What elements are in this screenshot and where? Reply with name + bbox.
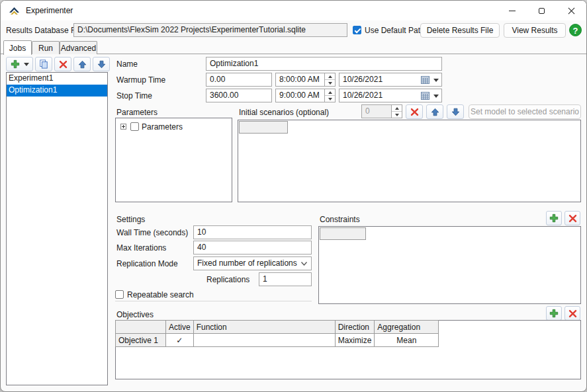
objective-aggregation-cell[interactable]: Mean [375,334,439,347]
spin-down-icon [395,114,399,116]
table-corner-cell [320,227,366,240]
warmup-time-input[interactable]: 0.00 [206,73,272,87]
replications-input[interactable]: 1 [259,272,312,286]
move-scenario-down-button[interactable] [447,104,464,119]
parameters-root-checkbox[interactable] [130,122,139,131]
replications-label: Replications [206,275,249,284]
copy-icon [39,59,48,69]
stop-clock-input[interactable]: 9:00:00 AM [275,89,336,102]
delete-job-button[interactable] [54,57,71,71]
parameters-tree: Parameters [115,118,232,202]
name-input[interactable]: Optimization1 [206,57,442,71]
parameters-root-label: Parameters [142,122,183,132]
scenario-count-value: 0 [365,106,370,116]
stop-clock-spinner[interactable] [324,89,335,102]
delete-objective-button[interactable] [564,306,580,321]
arrow-up-icon [78,60,87,69]
add-job-button[interactable] [6,57,33,71]
objectives-label: Objectives [116,310,154,319]
copy-job-button[interactable] [35,57,52,71]
spin-down-icon [328,98,332,100]
delete-scenario-button[interactable] [406,104,423,119]
tree-expand-icon[interactable] [120,124,126,130]
spin-down-icon [328,82,332,85]
warmup-clock-input[interactable]: 8:00:00 AM [275,73,336,87]
warmup-date-input[interactable]: 10/26/2021 [339,73,442,87]
close-button[interactable] [557,1,586,20]
scenario-count-spinner[interactable]: 0 [361,104,402,118]
red-x-icon [59,60,68,69]
use-default-path-checkbox[interactable] [353,26,361,34]
minimize-icon [509,11,516,11]
tab-jobs[interactable]: Jobs [3,40,32,55]
add-objective-button[interactable] [546,306,562,321]
repeatable-search-checkbox[interactable] [115,290,124,299]
red-x-icon [568,309,577,318]
move-job-up-button[interactable] [73,57,91,71]
minimize-button[interactable] [497,1,527,20]
tab-run[interactable]: Run [32,41,60,54]
chevron-down-icon[interactable] [433,79,439,82]
warmup-clock-value: 8:00:00 AM [279,75,320,84]
jobs-list: Experiment1 Optimization1 [6,72,108,385]
calendar-icon [421,92,429,100]
delete-results-file-button[interactable]: Delete Results File [420,23,500,38]
wall-time-input[interactable]: 10 [193,225,312,239]
max-iterations-label: Max Iterations [116,243,166,253]
objectives-col-function: Function [193,321,335,334]
add-constraint-button[interactable] [546,211,562,225]
chevron-down-icon [24,63,29,66]
initial-scenarios-label: Initial scenarios (optional) [239,108,329,117]
delete-constraint-button[interactable] [564,211,580,225]
move-job-down-button[interactable] [93,57,110,71]
warmup-clock-spinner[interactable] [324,73,335,86]
list-item-optimization1[interactable]: Optimization1 [7,85,107,97]
arrow-down-icon [97,60,106,69]
replication-mode-select[interactable]: Fixed number of replications [193,256,312,270]
stop-time-label: Stop Time [116,91,152,100]
max-iterations-input[interactable]: 40 [193,241,312,255]
title-bar: Experimenter [1,1,586,20]
view-results-button[interactable]: View Results [504,23,566,38]
chevron-down-icon[interactable] [433,95,439,98]
objective-direction-cell[interactable]: Maximize [335,334,375,347]
objective-active-cell[interactable]: ✓ [166,334,194,347]
settings-label: Settings [116,215,145,224]
stop-clock-value: 9:00:00 AM [279,91,320,100]
objectives-col-aggregation: Aggregation [375,321,439,334]
objectives-header-row: Active Function Direction Aggregation [116,321,439,334]
warmup-time-label: Warmup Time [116,75,165,85]
move-scenario-up-button[interactable] [426,104,443,119]
replication-mode-value: Fixed number of replications [197,258,297,268]
scenario-count-arrows[interactable] [391,105,402,118]
objective-function-cell[interactable] [193,334,335,347]
flexsim-logo-icon [9,6,20,16]
results-db-label: Results Database File [6,26,83,35]
plus-icon [11,59,20,69]
plus-icon [549,309,559,318]
objective-row-header[interactable]: Objective 1 [116,334,166,347]
repeatable-search-label: Repeatable search [127,290,194,299]
help-button[interactable]: ? [569,24,582,36]
red-x-icon [568,214,577,223]
results-db-path-field[interactable]: D:\Documents\FlexSim 2022 Projects\Exper… [73,23,347,37]
window-title: Experimenter [26,6,73,15]
maximize-button[interactable] [527,1,557,20]
stop-date-input[interactable]: 10/26/2021 [339,89,442,102]
objectives-col-direction: Direction [335,321,375,334]
calendar-icon [421,76,429,84]
constraints-table[interactable] [318,226,581,304]
spin-up-icon [328,91,332,94]
scenarios-table[interactable] [238,120,581,202]
stop-time-input[interactable]: 3600.00 [206,89,272,102]
tab-advanced[interactable]: Advanced [60,41,97,54]
spin-up-icon [328,75,332,78]
objectives-table: Active Function Direction Aggregation Ob… [115,320,439,347]
list-item-experiment1[interactable]: Experiment1 [7,73,107,85]
set-model-button[interactable]: Set model to selected scenario [469,104,581,119]
objectives-col-rowheader [116,321,166,334]
maximize-icon [539,8,545,14]
arrow-up-icon [431,108,439,116]
table-corner-cell [239,121,288,134]
chevron-down-icon [301,262,307,266]
